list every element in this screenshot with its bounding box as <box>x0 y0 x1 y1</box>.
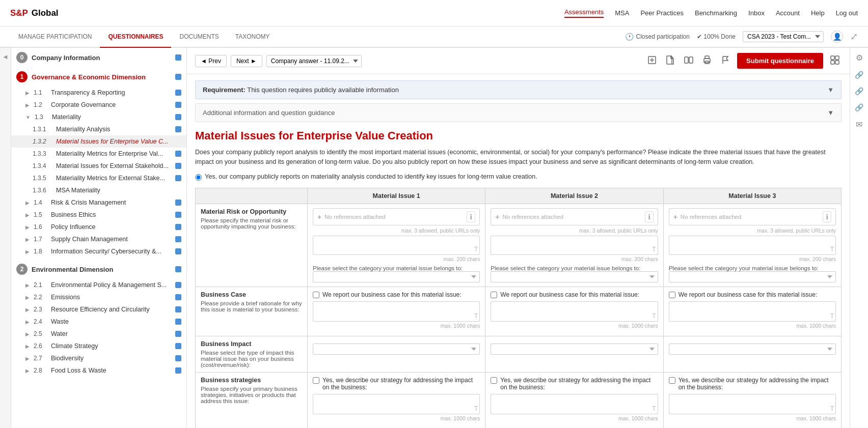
flag-icon-btn[interactable] <box>719 54 732 68</box>
textarea-risk-2[interactable]: T <box>491 236 658 255</box>
sidebar-item-2-2[interactable]: ▶ 2.2 Emissions <box>11 291 186 303</box>
info-icon[interactable]: ℹ <box>823 211 831 222</box>
impact-select-2[interactable] <box>491 344 658 355</box>
nav-benchmarking[interactable]: Benchmarking <box>695 9 737 17</box>
sidebar-item-1-3-4[interactable]: 1.3.4 Material Issues for External Stake… <box>11 160 186 172</box>
textarea-case-3[interactable]: T <box>669 301 836 322</box>
textarea-strategy-2[interactable]: T <box>491 394 658 414</box>
participation-status: 🕐 Closed participation <box>625 33 690 41</box>
sidebar-item-2-3[interactable]: ▶ 2.3 Resource Efficiency and Circularit… <box>11 303 186 316</box>
user-avatar[interactable]: 👤 <box>831 31 843 43</box>
strategy-check-1[interactable] <box>313 377 319 384</box>
info-icon[interactable]: ℹ <box>645 211 654 222</box>
sidebar-item-1-1[interactable]: ▶ 1.1 Transparency & Reporting <box>11 87 186 99</box>
dim-2-label: Environmental Dimension <box>32 266 113 273</box>
sidebar-item-1-5[interactable]: ▶ 1.5 Business Ethics <box>11 209 186 221</box>
char-note-1-1: max. 200 chars <box>313 256 480 262</box>
tab-taxonomy[interactable]: TAXONOMY <box>227 26 278 48</box>
sidebar-item-2-7[interactable]: ▶ 2.7 Biodiversity <box>11 352 186 364</box>
sidebar-item-1-4[interactable]: ▶ 1.4 Risk & Crisis Management <box>11 196 186 209</box>
business-case-check-2[interactable] <box>491 292 497 298</box>
char-note-3-1: max. 200 chars <box>669 256 836 262</box>
business-case-check-3[interactable] <box>669 292 675 298</box>
sidebar-item-2-4[interactable]: ▶ 2.4 Waste <box>11 316 186 328</box>
sidebar-item-1-3-1[interactable]: 1.3.1 Materiality Analysis <box>11 123 186 135</box>
textarea-strategy-1[interactable]: T <box>313 394 480 414</box>
row2-label: Business Case <box>201 291 302 298</box>
category-select-3[interactable] <box>669 271 836 282</box>
sidebar-item-1-7[interactable]: ▶ 1.7 Supply Chain Management <box>11 233 186 245</box>
settings-icon[interactable]: ⚙ <box>856 53 863 63</box>
requirement-box[interactable]: Requirement: This question requires publ… <box>195 80 842 99</box>
sidebar-item-1-8[interactable]: ▶ 1.8 Information Security/ Cybersecurit… <box>11 245 186 258</box>
nav-help[interactable]: Help <box>811 9 825 17</box>
sidebar-item-1-3-6[interactable]: 1.3.6 MSA Materiality <box>11 184 186 196</box>
strategy-checkbox-3: Yes, we describe our strategy for addres… <box>669 377 836 391</box>
textarea-risk-1[interactable]: T <box>313 236 480 255</box>
sidebar-item-1-3-5[interactable]: 1.3.5 Materiality Metrics for External S… <box>11 172 186 184</box>
dim-1-label: Governance & Economic Dimension <box>32 73 146 81</box>
sidebar-item-1-2[interactable]: ▶ 1.2 Corporate Governance <box>11 99 186 111</box>
print-icon-btn[interactable] <box>700 54 714 68</box>
textarea-risk-3[interactable]: T <box>669 236 836 255</box>
sidebar-item-1-3[interactable]: ▼ 1.3 Materiality <box>11 111 186 123</box>
tab-manage-participation[interactable]: MANAGE PARTICIPATION <box>10 26 100 48</box>
company-dropdown[interactable]: CSA 2023 - Test Com... <box>743 31 824 42</box>
additional-info-box[interactable]: Additional information and question guid… <box>195 103 842 122</box>
strategy-checkbox-1: Yes, we describe our strategy for addres… <box>313 377 480 391</box>
dim-2-indicator <box>175 266 181 272</box>
ref-box-1-1[interactable]: + No references attached ℹ <box>313 208 480 225</box>
textarea-case-1[interactable]: T <box>313 301 480 322</box>
textarea-strategy-3[interactable]: T <box>669 394 836 414</box>
expand-icon[interactable]: ⤢ <box>850 31 858 42</box>
dim-2-header[interactable]: 2 Environmental Dimension <box>11 260 186 279</box>
sidebar-item-2-5[interactable]: ▶ 2.5 Water <box>11 328 186 340</box>
prev-button[interactable]: ◄ Prev <box>195 55 227 67</box>
nav-logout[interactable]: Log out <box>836 9 858 17</box>
col-issue1-header: Material Issue 1 <box>308 188 485 204</box>
chevron-down-icon: ▼ <box>25 115 31 120</box>
sidebar-collapse-btn[interactable]: ◄ <box>0 48 11 428</box>
sidebar-item-1-3-2[interactable]: 1.3.2 Material Issues for Enterprise Val… <box>11 135 186 148</box>
business-case-check-1[interactable] <box>313 292 319 298</box>
tab-documents[interactable]: DOCUMENTS <box>171 26 227 48</box>
nav-account[interactable]: Account <box>776 9 800 17</box>
sidebar-item-1-3-3[interactable]: 1.3.3 Materiality Metrics for Enterprise… <box>11 148 186 160</box>
nav-peer-practices[interactable]: Peer Practices <box>640 9 684 17</box>
business-case-checkbox-2: We report our business case for this mat… <box>491 291 658 298</box>
ref-box-3-1[interactable]: + No references attached ℹ <box>669 208 836 225</box>
dim-1-header[interactable]: 1 Governance & Economic Dimension <box>11 67 186 87</box>
sidebar-item-2-8[interactable]: ▶ 2.8 Food Loss & Waste <box>11 364 186 377</box>
strategy-check-3[interactable] <box>669 377 675 384</box>
ref-box-2-1[interactable]: + No references attached ℹ <box>491 208 658 225</box>
link-icon-3[interactable]: 🔗 <box>855 103 863 111</box>
nav-assessments[interactable]: Assessments <box>564 8 604 18</box>
sidebar-item-2-6[interactable]: ▶ 2.6 Climate Strategy <box>11 340 186 352</box>
mail-icon[interactable]: ✉ <box>856 120 862 129</box>
nav-inbox[interactable]: Inbox <box>748 9 765 17</box>
link-icon-2[interactable]: 🔗 <box>855 87 863 95</box>
impact-select-1[interactable] <box>313 344 480 355</box>
answer-version-dropdown[interactable]: Company answer - 11.09.2... <box>266 55 362 67</box>
text-format-icon: T <box>474 246 478 253</box>
text-format-icon: T <box>830 405 834 412</box>
compare-icon-btn[interactable] <box>682 54 695 68</box>
sidebar-item-2-1[interactable]: ▶ 2.1 Environmental Policy & Management … <box>11 279 186 291</box>
radio-input[interactable] <box>195 174 202 181</box>
tab-questionnaires[interactable]: QUESTIONNAIRES <box>100 26 171 48</box>
link-icon-1[interactable]: 🔗 <box>855 71 863 79</box>
dim-0-header[interactable]: 0 Company Information <box>11 48 186 67</box>
textarea-case-2[interactable]: T <box>491 301 658 322</box>
impact-select-3[interactable] <box>669 344 836 355</box>
category-select-1[interactable] <box>313 271 480 282</box>
next-button[interactable]: Next ► <box>231 55 262 67</box>
strategy-check-2[interactable] <box>491 377 497 384</box>
export-icon-btn[interactable] <box>645 54 659 68</box>
submit-questionnaire-button[interactable]: Submit questionnaire <box>737 53 823 69</box>
category-select-2[interactable] <box>491 271 658 282</box>
grid-view-icon-btn[interactable] <box>828 54 842 68</box>
sidebar-item-1-6[interactable]: ▶ 1.6 Policy Influence <box>11 221 186 233</box>
nav-msa[interactable]: MSA <box>615 9 629 17</box>
pdf-icon-btn[interactable] <box>664 54 677 68</box>
info-icon[interactable]: ℹ <box>467 211 475 222</box>
